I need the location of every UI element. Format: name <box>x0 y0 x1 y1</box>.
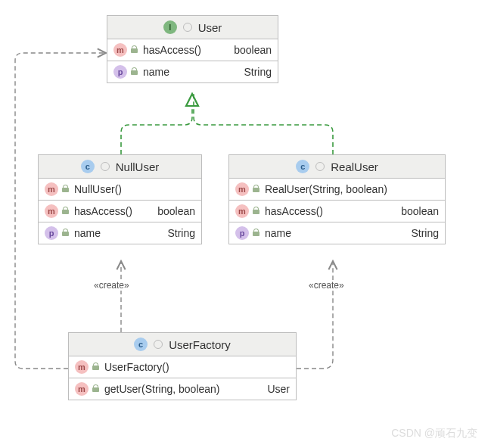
method-icon: m <box>45 182 58 196</box>
lock-icon <box>130 67 138 77</box>
method-icon: m <box>235 204 249 218</box>
circle-icon <box>315 162 325 171</box>
member-row: m getUser(String, boolean) User <box>69 378 296 400</box>
class-realuser: c RealUser m RealUser(String, boolean) m… <box>228 154 446 244</box>
class-user-header: I User <box>107 16 278 39</box>
property-icon: p <box>235 226 249 240</box>
circle-icon <box>154 340 163 349</box>
watermark: CSDN @顽石九变 <box>391 427 477 440</box>
interface-icon: I <box>163 20 177 34</box>
member-name: name <box>74 227 101 239</box>
method-icon: m <box>45 204 58 218</box>
class-title: NullUser <box>116 160 160 173</box>
member-name: name <box>143 66 169 78</box>
member-row: m hasAccess() boolean <box>39 201 201 222</box>
member-type: String <box>294 227 439 239</box>
edge-realuser-implements-user <box>194 94 333 154</box>
member-type: User <box>223 383 290 395</box>
lock-icon <box>61 206 70 216</box>
class-realuser-header: c RealUser <box>229 155 445 179</box>
member-name: getUser(String, boolean) <box>104 383 220 395</box>
member-name: hasAccess() <box>143 44 201 56</box>
property-icon: p <box>113 65 127 79</box>
member-type: String <box>104 227 195 239</box>
lock-icon <box>252 228 260 238</box>
class-nulluser: c NullUser m NullUser() m hasAccess() bo… <box>38 154 202 244</box>
member-row: m hasAccess() boolean <box>229 201 445 222</box>
member-row: p name String <box>39 222 201 244</box>
member-row: m hasAccess() boolean <box>107 39 278 61</box>
circle-icon <box>183 23 192 32</box>
lock-icon <box>92 384 100 394</box>
edge-factory-create-realuser <box>297 261 333 369</box>
member-name: hasAccess() <box>74 205 132 217</box>
member-row: p name String <box>107 61 278 82</box>
stereotype-create-label: «create» <box>309 280 344 291</box>
circle-icon <box>101 162 110 171</box>
class-icon: c <box>296 160 309 173</box>
class-title: User <box>198 21 222 34</box>
method-icon: m <box>235 182 249 196</box>
member-type: boolean <box>204 44 272 56</box>
member-name: name <box>265 227 291 239</box>
member-row: m UserFactory() <box>69 356 296 378</box>
method-icon: m <box>113 43 127 57</box>
member-row: m RealUser(String, boolean) <box>229 179 445 201</box>
class-user: I User m hasAccess() boolean p name Stri… <box>107 15 278 83</box>
method-icon: m <box>75 382 89 396</box>
lock-icon <box>61 184 70 194</box>
lock-icon <box>252 184 260 194</box>
class-title: RealUser <box>331 160 378 173</box>
stereotype-create-label: «create» <box>94 280 129 291</box>
lock-icon <box>252 206 260 216</box>
member-type: String <box>172 66 272 78</box>
lock-icon <box>92 362 100 372</box>
member-name: RealUser(String, boolean) <box>265 183 387 195</box>
lock-icon <box>130 45 138 55</box>
class-userfactory-header: c UserFactory <box>69 333 296 356</box>
member-type: boolean <box>326 205 439 217</box>
lock-icon <box>61 228 70 238</box>
class-icon: c <box>134 338 148 351</box>
class-nulluser-header: c NullUser <box>39 155 201 179</box>
property-icon: p <box>45 226 58 240</box>
member-name: NullUser() <box>74 183 122 195</box>
member-row: m NullUser() <box>39 179 201 201</box>
method-icon: m <box>75 360 89 374</box>
member-type: boolean <box>135 205 195 217</box>
class-title: UserFactory <box>169 338 231 351</box>
member-row: p name String <box>229 222 445 244</box>
class-userfactory: c UserFactory m UserFactory() m getUser(… <box>68 332 297 400</box>
edge-nulluser-implements-user <box>121 94 192 154</box>
class-icon: c <box>81 160 95 173</box>
member-name: hasAccess() <box>265 205 323 217</box>
member-name: UserFactory() <box>104 361 169 373</box>
